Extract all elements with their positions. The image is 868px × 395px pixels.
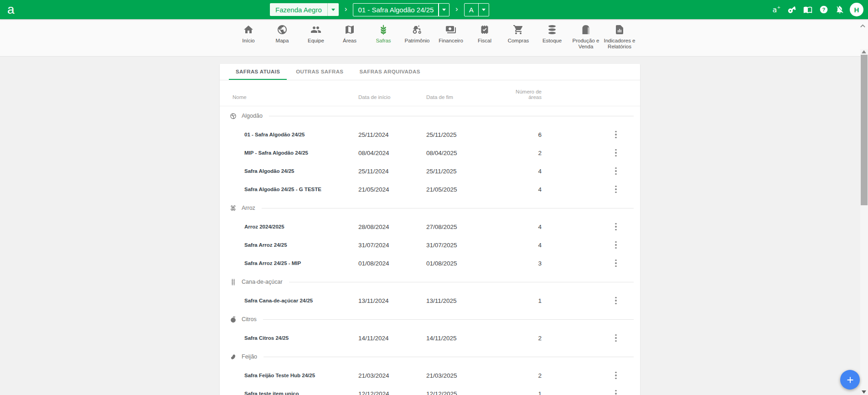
row-menu-button[interactable] xyxy=(612,239,620,251)
crop-group-header: Algodão xyxy=(220,106,640,125)
svg-text:a: a xyxy=(773,5,777,14)
row-end-date: 25/11/2025 xyxy=(426,168,506,175)
nav-item-fiscal[interactable]: Fiscal xyxy=(468,24,501,49)
table-row[interactable]: Safra Arroz 24/25 - MIP 01/08/2024 01/08… xyxy=(220,254,640,272)
map-icon xyxy=(344,24,355,35)
row-areas-count: 6 xyxy=(506,131,542,138)
table-row[interactable]: MIP - Safra Algodão 24/25 08/04/2024 08/… xyxy=(220,144,640,162)
crop-group-label: Citros xyxy=(242,316,257,322)
chevron-up-icon[interactable] xyxy=(860,21,866,26)
row-menu-button[interactable] xyxy=(612,332,620,344)
nav-item-financeiro[interactable]: Financeiro xyxy=(434,24,468,49)
row-end-date: 14/11/2025 xyxy=(426,335,506,342)
tab-safras-arquivadas[interactable]: SAFRAS ARQUIVADAS xyxy=(352,64,427,80)
main-nav: Início Mapa Equipe Áreas Safras Patrimôn… xyxy=(0,19,868,57)
row-areas-count: 4 xyxy=(506,223,542,230)
row-end-date: 25/11/2025 xyxy=(426,131,506,138)
row-name: Safra Algodão 24/25 xyxy=(220,168,358,174)
nav-item-indicadores-e-relat-rios[interactable]: Indicadores e Relatórios xyxy=(603,24,636,49)
svg-text:+: + xyxy=(777,5,781,10)
area-selector[interactable]: A xyxy=(464,3,490,16)
chevron-down-icon[interactable] xyxy=(328,3,339,16)
nav-item--reas[interactable]: Áreas xyxy=(333,24,367,49)
wheat-icon xyxy=(378,24,389,35)
group-divider xyxy=(263,319,634,320)
notifications-off-icon[interactable] xyxy=(834,4,846,16)
row-areas-count: 2 xyxy=(506,150,542,156)
nav-item-patrim-nio[interactable]: Patrimônio xyxy=(400,24,434,49)
table-row[interactable]: Safra Algodão 24/25 - G TESTE 21/05/2024… xyxy=(220,180,640,198)
nav-item-equipe[interactable]: Equipe xyxy=(299,24,333,49)
column-header-data-fim: Data de fim xyxy=(426,94,506,100)
row-menu-button[interactable] xyxy=(612,369,620,381)
row-name: Safra Algodão 24/25 - G TESTE xyxy=(220,187,358,192)
table-row[interactable]: Safra Arroz 24/25 31/07/2024 31/07/2025 … xyxy=(220,236,640,254)
key-icon[interactable] xyxy=(786,4,798,16)
manual-icon[interactable] xyxy=(802,4,814,16)
row-menu-button[interactable] xyxy=(612,183,620,195)
row-areas-count: 2 xyxy=(506,335,542,342)
row-end-date: 31/07/2025 xyxy=(426,242,506,249)
nav-item-compras[interactable]: Compras xyxy=(501,24,535,49)
nav-item-label: Equipe xyxy=(308,38,324,44)
table-row[interactable]: Safra teste item unico 12/12/2024 12/12/… xyxy=(220,385,640,395)
row-name: Safra Feijão Teste Hub 24/25 xyxy=(220,373,358,378)
chevron-down-icon[interactable] xyxy=(479,4,489,16)
scrollbar-up-arrow-icon[interactable] xyxy=(862,50,866,53)
aegro-app: { "topbar": { "logo_letter": "a", "farm_… xyxy=(0,0,868,395)
nav-item-estoque[interactable]: Estoque xyxy=(535,24,569,49)
table-header: Nome Data de início Data de fim Número d… xyxy=(220,80,640,106)
nav-item-safras[interactable]: Safras xyxy=(367,24,400,49)
table-row[interactable]: Safra Cana-de-açúcar 24/25 13/11/2024 13… xyxy=(220,291,640,310)
context-selectors: Fazenda Aegro › 01 - Safra Algodão 24/25… xyxy=(270,0,489,19)
row-areas-count: 4 xyxy=(506,168,542,175)
nav-item-label: Áreas xyxy=(343,38,356,44)
breadcrumb-separator: › xyxy=(345,5,347,14)
scrollbar-thumb[interactable] xyxy=(861,55,868,205)
row-name: Safra Cana-de-açúcar 24/25 xyxy=(220,298,358,303)
nav-item-label: Estoque xyxy=(542,38,562,44)
row-end-date: 08/04/2025 xyxy=(426,150,506,156)
nav-item-mapa[interactable]: Mapa xyxy=(265,24,299,49)
table-row[interactable]: 01 - Safra Algodão 24/25 25/11/2024 25/1… xyxy=(220,125,640,144)
row-menu-button[interactable] xyxy=(612,295,620,307)
row-start-date: 14/11/2024 xyxy=(358,335,426,342)
avatar[interactable]: H xyxy=(850,3,863,16)
add-farm-icon[interactable]: a+ xyxy=(770,4,782,16)
row-menu-button[interactable] xyxy=(612,257,620,269)
nav-item-label: Início xyxy=(242,38,255,44)
row-menu-button[interactable] xyxy=(612,388,620,395)
table-row[interactable]: Arroz 2024/2025 28/08/2024 27/08/2025 4 xyxy=(220,218,640,236)
row-name: Safra teste item unico xyxy=(220,391,358,395)
table-row[interactable]: Safra Feijão Teste Hub 24/25 21/03/2024 … xyxy=(220,366,640,385)
aegro-logo-icon[interactable]: a xyxy=(7,1,15,18)
row-menu-button[interactable] xyxy=(612,165,620,177)
row-start-date: 12/12/2024 xyxy=(358,390,426,395)
row-menu-button[interactable] xyxy=(612,221,620,233)
tab-safras-atuais[interactable]: SAFRAS ATUAIS xyxy=(229,64,287,80)
scrollbar-down-arrow-icon[interactable] xyxy=(862,390,866,394)
row-menu-button[interactable] xyxy=(612,129,620,140)
nav-item-label: Financeiro xyxy=(439,38,463,44)
crop-group-header: Cana-de-açúcar xyxy=(220,272,640,291)
tab-label: OUTRAS SAFRAS xyxy=(296,69,343,74)
row-menu-button[interactable] xyxy=(612,147,620,159)
nav-item-produ-o-e-venda[interactable]: Produção e Venda xyxy=(569,24,603,49)
tab-outras-safras[interactable]: OUTRAS SAFRAS xyxy=(289,64,350,80)
harvest-selector[interactable]: 01 - Safra Algodão 24/25 xyxy=(353,3,450,16)
nav-item-in-cio[interactable]: Início xyxy=(232,24,265,49)
chevron-down-icon[interactable] xyxy=(439,4,449,16)
crop-group-label: Arroz xyxy=(242,205,255,211)
stock-icon xyxy=(547,24,558,35)
crop-group-label: Feijão xyxy=(242,353,257,360)
row-start-date: 21/05/2024 xyxy=(358,186,426,193)
help-icon[interactable]: ? xyxy=(818,4,830,16)
row-start-date: 25/11/2024 xyxy=(358,131,426,138)
table-row[interactable]: Safra Citros 24/25 14/11/2024 14/11/2025… xyxy=(220,329,640,347)
row-name: 01 - Safra Algodão 24/25 xyxy=(220,132,358,137)
safras-card: SAFRAS ATUAIS OUTRAS SAFRAS SAFRAS ARQUI… xyxy=(220,64,640,395)
table-row[interactable]: Safra Algodão 24/25 25/11/2024 25/11/202… xyxy=(220,162,640,180)
add-safra-fab[interactable] xyxy=(840,370,860,390)
farm-selector[interactable]: Fazenda Aegro xyxy=(270,3,339,16)
nav-item-label: Compras xyxy=(508,38,529,44)
